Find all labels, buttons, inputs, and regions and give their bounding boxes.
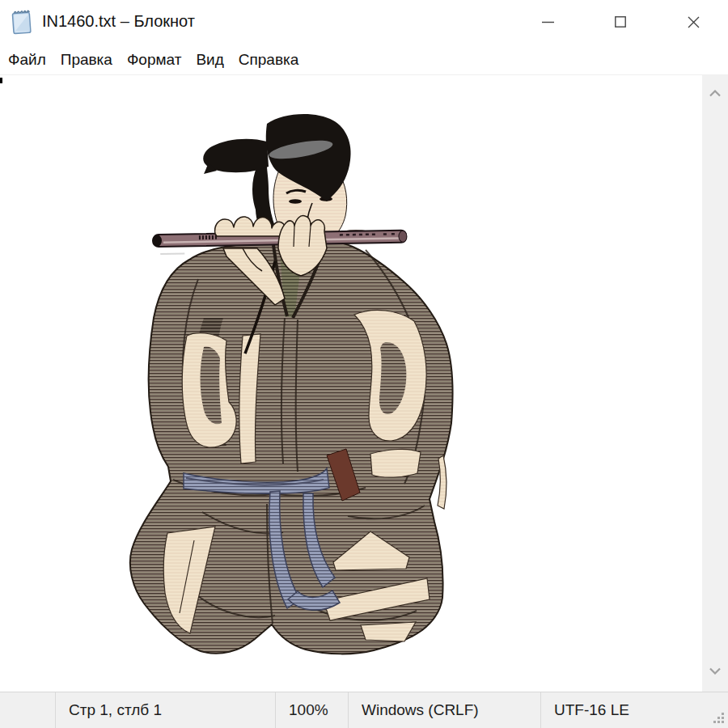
close-icon [688, 16, 700, 28]
minimize-button[interactable] [529, 0, 566, 44]
menu-edit[interactable]: Правка [53, 46, 120, 74]
scroll-up-button[interactable] [702, 85, 728, 101]
status-empty-cell [0, 692, 55, 728]
title-bar: IN1460.txt – Блокнот [0, 0, 728, 45]
menu-view[interactable]: Вид [188, 46, 231, 74]
status-encoding: UTF-16 LE [540, 692, 728, 728]
menu-help[interactable]: Справка [231, 46, 307, 74]
menu-bar: Файл Правка Формат Вид Справка [0, 45, 728, 75]
status-cursor-position: Стр 1, стлб 1 [55, 692, 275, 728]
status-bar: Стр 1, стлб 1 100% Windows (CRLF) UTF-16… [0, 692, 728, 728]
resize-grip[interactable] [713, 713, 725, 724]
flute-player-artwork [0, 75, 702, 692]
menu-format[interactable]: Формат [120, 46, 189, 74]
window-title: IN1460.txt – Блокнот [42, 12, 195, 31]
menu-file[interactable]: Файл [1, 46, 53, 74]
status-line-ending: Windows (CRLF) [348, 692, 540, 728]
vertical-scrollbar[interactable] [702, 75, 728, 692]
scroll-down-button[interactable] [702, 662, 728, 679]
chevron-down-icon [709, 667, 722, 675]
notepad-icon [7, 7, 35, 35]
status-zoom-level: 100% [275, 692, 348, 728]
minimize-icon [542, 21, 554, 23]
text-editor-area[interactable] [0, 75, 728, 692]
maximize-icon [615, 16, 626, 28]
maximize-button[interactable] [602, 0, 639, 44]
chevron-up-icon [709, 90, 722, 97]
close-button[interactable] [675, 0, 712, 44]
